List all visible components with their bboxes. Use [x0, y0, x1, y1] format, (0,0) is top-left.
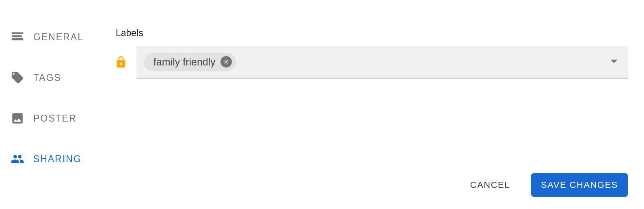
save-button[interactable]: Save Changes [531, 173, 628, 197]
sidebar-item-tags[interactable]: Tags [11, 65, 106, 90]
dropdown-toggle[interactable] [610, 58, 618, 65]
sidebar-item-label: General [33, 32, 84, 43]
svg-rect-4 [12, 33, 23, 34]
tags-icon [11, 71, 24, 85]
sidebar-item-label: Poster [33, 113, 77, 124]
label-chip: family friendly [144, 53, 236, 71]
sidebar-item-label: Sharing [33, 154, 82, 165]
labels-input[interactable]: family friendly [136, 46, 628, 78]
chevron-down-icon [610, 59, 618, 64]
sidebar-item-general[interactable]: General [11, 24, 106, 50]
close-icon [223, 59, 229, 65]
svg-rect-5 [13, 35, 22, 37]
sidebar-item-label: Tags [33, 72, 61, 83]
chip-text: family friendly [153, 56, 216, 68]
labels-field-row: family friendly [114, 46, 628, 78]
cancel-button[interactable]: Cancel [460, 173, 520, 197]
labels-field-label: Labels [116, 28, 628, 39]
sidebar-item-sharing[interactable]: Sharing [11, 146, 106, 172]
list-icon [11, 30, 24, 44]
svg-rect-6 [12, 39, 23, 40]
people-icon [11, 152, 24, 166]
lock-icon [114, 55, 128, 70]
sidebar-item-poster[interactable]: Poster [11, 106, 106, 131]
chip-remove-button[interactable] [220, 56, 232, 67]
footer-actions: Cancel Save Changes [460, 173, 628, 197]
sidebar: General Tags Poster Sharing [0, 0, 106, 209]
image-icon [11, 111, 24, 125]
